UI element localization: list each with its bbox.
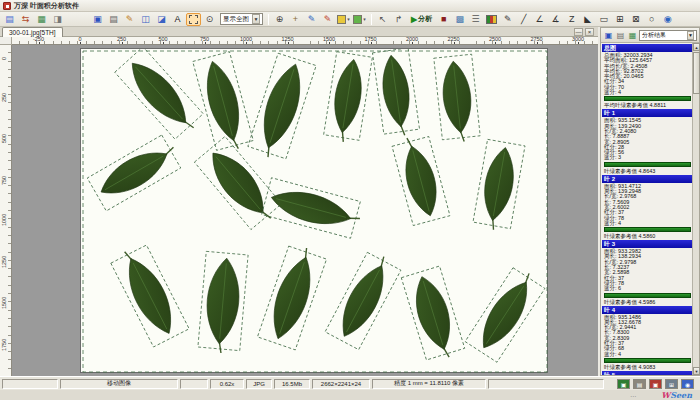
- v-ruler-label: 1250: [1, 255, 7, 267]
- panel-scrollbar[interactable]: ▲ ▼: [692, 43, 699, 375]
- scroll-down-icon[interactable]: ▼: [693, 367, 700, 375]
- line-tool-button[interactable]: ╱: [516, 13, 531, 26]
- panel-save-icon[interactable]: ▣: [603, 30, 614, 41]
- leaf-object[interactable]: [323, 52, 372, 145]
- play-icon: ▶: [411, 15, 417, 24]
- cross-rect-button[interactable]: ⊠: [628, 13, 643, 26]
- leaf-object[interactable]: [193, 52, 255, 155]
- image-open-button[interactable]: ▦: [34, 13, 49, 26]
- leaf-object[interactable]: [472, 139, 525, 232]
- chart-status-icon[interactable]: ▤: [633, 379, 646, 389]
- h-ruler-label: 250: [115, 37, 129, 42]
- color-swatch-icon: [337, 15, 346, 24]
- minimize-doc-button[interactable]: —: [574, 28, 583, 36]
- leaf-object[interactable]: [115, 49, 206, 142]
- paste-button[interactable]: ◪: [154, 13, 169, 26]
- text-tool-button[interactable]: A: [170, 13, 185, 26]
- leaf-color-bar: [604, 358, 691, 363]
- h-ruler-label: 2500: [488, 37, 502, 42]
- canvas-workspace[interactable]: [12, 45, 598, 376]
- leaf-object[interactable]: [401, 266, 466, 364]
- new-file-button[interactable]: ▤: [2, 13, 17, 26]
- close-doc-button[interactable]: ×: [585, 28, 594, 36]
- leaf-object[interactable]: [109, 241, 189, 346]
- triangle-tool-button[interactable]: ◣: [580, 13, 595, 26]
- draw-pen-button[interactable]: ✎: [304, 13, 319, 26]
- select-tool-button[interactable]: [186, 13, 201, 26]
- fill-color-button[interactable]: ▾: [336, 13, 351, 26]
- status-segment: 精度 1 mm = 11.8110 像素: [372, 379, 486, 389]
- angle-tool-button[interactable]: ∠: [532, 13, 547, 26]
- pen-tool-button[interactable]: ✎: [500, 13, 515, 26]
- zigzag-tool-button[interactable]: Z: [564, 13, 579, 26]
- vertical-ruler: 025050075010001250150017502000: [0, 45, 12, 376]
- camera-status-icon[interactable]: ▣: [649, 379, 662, 389]
- image-area[interactable]: [80, 48, 548, 373]
- document-tab-bar: 300-01.jpg[5TH] — ×: [0, 27, 598, 37]
- leaf-object[interactable]: [198, 251, 249, 354]
- edit-button[interactable]: ✎: [122, 13, 137, 26]
- leaf-object[interactable]: [257, 242, 327, 350]
- chevron-down-icon: ▼: [687, 31, 694, 40]
- copy-button[interactable]: ◫: [138, 13, 153, 26]
- leaf-object[interactable]: [372, 49, 420, 138]
- leaf-object[interactable]: [325, 249, 403, 350]
- brand-logo: WSeen: [661, 390, 692, 400]
- chlorophyll-row: 叶绿素参考值 4.8643: [602, 168, 693, 174]
- rect-tool-button[interactable]: ▭: [596, 13, 611, 26]
- analyze-button[interactable]: ▶分析: [407, 13, 436, 26]
- mark-pen-button[interactable]: ✎: [320, 13, 335, 26]
- pointer-button[interactable]: ↖: [375, 13, 390, 26]
- leaf-stem: [341, 131, 345, 142]
- zoom-in-button[interactable]: ⊕: [272, 13, 287, 26]
- ruler-corner: [0, 37, 12, 45]
- leaf-object[interactable]: [434, 54, 481, 144]
- pan-button[interactable]: +: [288, 13, 303, 26]
- monitor-button[interactable]: ◨: [50, 13, 65, 26]
- document-tab[interactable]: 300-01.jpg[5TH]: [2, 27, 63, 37]
- stop-button[interactable]: ■: [436, 13, 451, 26]
- info-button[interactable]: ◉: [660, 13, 675, 26]
- grid-tool-button[interactable]: ⊞: [612, 13, 627, 26]
- step-button[interactable]: ↱: [391, 13, 406, 26]
- panel-export-icon[interactable]: ▦: [627, 30, 638, 41]
- grid-status-icon[interactable]: ⊞: [665, 379, 678, 389]
- save-button[interactable]: ▣: [90, 13, 105, 26]
- footer-dots: ⋯: [630, 392, 636, 399]
- scroll-up-icon[interactable]: ▲: [693, 43, 700, 51]
- leaf-object[interactable]: [262, 178, 365, 240]
- stat-row: 蓝分: 4: [602, 90, 693, 95]
- zoom-tool-button[interactable]: ⊙: [202, 13, 217, 26]
- print-button[interactable]: ▤: [106, 13, 121, 26]
- status-segment: 2662×2241×24: [312, 379, 370, 389]
- leaf-object[interactable]: [465, 264, 547, 362]
- h-ruler-label: 3000: [571, 37, 585, 42]
- view-mode-select[interactable]: 显示全图▼: [220, 13, 263, 25]
- leaf-object[interactable]: [391, 133, 450, 226]
- region-color-button[interactable]: ▾: [352, 13, 367, 26]
- stat-row: 蓝分: 4: [602, 221, 693, 226]
- circle-tool-button[interactable]: ○: [644, 13, 659, 26]
- result-type-select[interactable]: 分析结果 ▼: [639, 30, 697, 41]
- section-header: 叶 4: [602, 306, 693, 314]
- v-ruler-label: 750: [1, 175, 7, 184]
- leaf-color-bar: [604, 162, 691, 167]
- leaf-status-icon[interactable]: ▣: [617, 379, 630, 389]
- leaf-object[interactable]: [247, 53, 317, 162]
- leaf-object[interactable]: [87, 133, 184, 211]
- results-panel: ▣ ▤ ▦ 分析结果 ▼ 总图总面积: 32003.2934平均面积: 125.…: [600, 27, 700, 376]
- title-bar: 万深 叶面积分析软件: [0, 0, 700, 12]
- color-flag-button[interactable]: [484, 13, 499, 26]
- leaf-image: [81, 49, 549, 374]
- status-segment: [2, 379, 58, 389]
- leaf-object[interactable]: [194, 136, 284, 232]
- panel-print-icon[interactable]: ▤: [615, 30, 626, 41]
- angle-measure-button[interactable]: ∡: [548, 13, 563, 26]
- panels-button[interactable]: ☰: [468, 13, 483, 26]
- palette-button[interactable]: ▩: [452, 13, 467, 26]
- info-status-icon[interactable]: ◉: [681, 379, 694, 389]
- section-header: 总图: [602, 44, 693, 52]
- refresh-button[interactable]: ⇆: [18, 13, 33, 26]
- scrollbar-thumb[interactable]: [693, 52, 700, 94]
- chevron-down-icon: ▾: [363, 13, 366, 26]
